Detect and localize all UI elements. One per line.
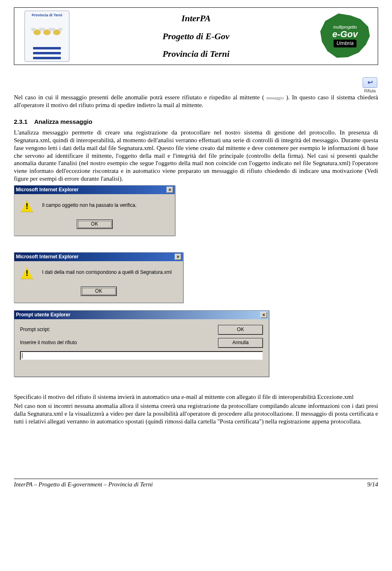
rifiuta-button-icon: ↩ Rifiuta	[363, 77, 377, 94]
egov-sub: Umbria	[334, 40, 356, 47]
dialog2-message: I dati della mail non corrispondono a qu…	[42, 268, 172, 275]
ok-button[interactable]: OK	[218, 325, 263, 335]
crest-bees-icon	[33, 29, 60, 35]
dialog2-title: Microsoft Internet Explorer	[16, 254, 78, 260]
section-number: 2.3.1	[14, 118, 33, 126]
ok-button[interactable]: OK	[81, 287, 117, 296]
crest-label: Provincia di Terni	[32, 13, 62, 18]
warning-icon: !	[21, 268, 33, 279]
crest-waves-icon	[33, 47, 61, 59]
dialog1-title: Microsoft Internet Explorer	[16, 187, 78, 193]
close-icon[interactable]: ×	[175, 254, 181, 260]
reject-arrow-icon: ↩	[363, 77, 377, 88]
prompt-dialog: Prompt utente Explorer × Prompt script: …	[14, 310, 269, 377]
rifiuta-sub-inline: messaggio	[267, 96, 284, 100]
section-body: L'analizza messaggio permette di creare …	[14, 129, 378, 182]
section-heading: 2.3.1 Analizza messaggio	[14, 118, 378, 126]
alert-dialog-1: Microsoft Internet Explorer × ! Il campo…	[14, 185, 175, 236]
section-title: Analizza messaggio	[34, 118, 93, 125]
crest-logo: Provincia di Terni	[14, 9, 80, 63]
umbria-map-icon: multiprogetto e-Gov Umbria	[318, 13, 373, 60]
cancel-button[interactable]: Annulla	[218, 338, 263, 348]
intro-paragraph: ↩ Rifiuta Nel caso in cui il messaggio p…	[14, 77, 378, 109]
page-footer: InterPA – Progetto di E-government – Pro…	[14, 479, 378, 488]
after-paragraph-2: Nel caso non si incontri nessuna anomali…	[14, 402, 378, 425]
dialog3-title: Prompt utente Explorer	[16, 312, 70, 318]
dialog1-titlebar: Microsoft Internet Explorer ×	[14, 186, 175, 194]
close-icon[interactable]: ×	[167, 187, 173, 193]
header-title-1: InterPA	[181, 13, 211, 24]
egov-logo: multiprogetto e-Gov Umbria	[312, 8, 378, 64]
header-title-2: Progetto di E-Gov	[163, 31, 229, 42]
intro-pre: Nel caso in cui il messaggio presenti de…	[14, 94, 267, 101]
rejection-reason-input[interactable]	[20, 351, 263, 360]
footer-left: InterPA – Progetto di E-government – Pro…	[14, 481, 153, 488]
prompt-script-label: Prompt script:	[20, 327, 50, 333]
footer-page-number: 9/14	[367, 481, 378, 488]
after-paragraph-1: Specificato il motivo del rifiuto il sis…	[14, 393, 378, 401]
egov-main: e-Gov	[332, 30, 358, 39]
dialog2-titlebar: Microsoft Internet Explorer ×	[14, 253, 183, 261]
warning-icon: !	[21, 201, 33, 212]
header-title-3: Provincia di Terni	[163, 48, 229, 60]
dialog3-titlebar: Prompt utente Explorer ×	[14, 311, 269, 319]
rifiuta-label: Rifiuta	[364, 89, 376, 93]
ok-button[interactable]: OK	[77, 219, 113, 229]
dialog1-message: Il campo oggetto non ha passato la verif…	[42, 201, 136, 208]
page-header: Provincia di Terni InterPA Progetto di E…	[14, 7, 378, 65]
alert-dialog-2: Microsoft Internet Explorer × ! I dati d…	[14, 252, 183, 303]
close-icon[interactable]: ×	[261, 312, 267, 318]
header-titles: InterPA Progetto di E-Gov Provincia di T…	[80, 8, 312, 65]
prompt-instruction: Inserire il motivo del rifiuto	[20, 340, 77, 346]
